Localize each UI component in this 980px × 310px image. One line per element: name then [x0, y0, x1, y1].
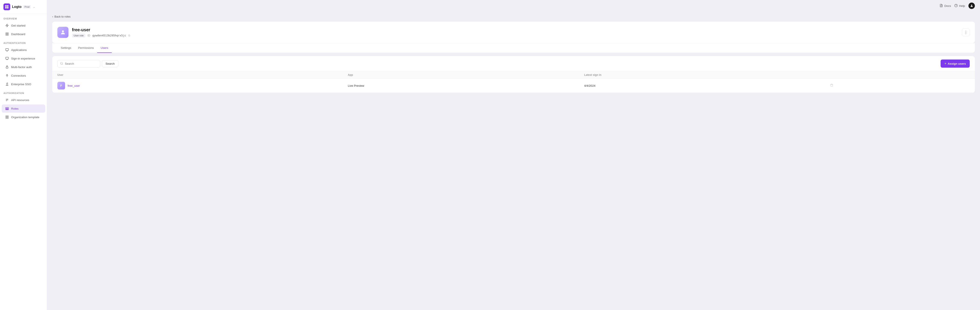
table-row: F free_user Live Preview 4/4/2024: [52, 79, 975, 93]
svg-rect-17: [7, 117, 8, 118]
sidebar-item-api-resources[interactable]: API resources: [2, 96, 45, 104]
svg-rect-10: [6, 67, 8, 68]
sidebar-item-label: Enterprise SSO: [11, 83, 31, 86]
main-content: Docs Help ‹ Back to roles: [47, 0, 980, 310]
logo-icon: [3, 3, 10, 10]
plus-icon: +: [945, 62, 947, 65]
sidebar-item-label: Dashboard: [11, 33, 25, 36]
users-table-card: Search + Assign users User App Latest si…: [52, 56, 975, 93]
topbar: Docs Help: [47, 0, 980, 11]
latest-sign-in-cell: 4/4/2024: [579, 79, 823, 93]
avatar[interactable]: [969, 3, 975, 9]
more-options-button[interactable]: ⋮: [962, 29, 970, 36]
sidebar-item-enterprise-sso[interactable]: Enterprise SSO: [2, 80, 45, 88]
role-title: free-user: [72, 27, 130, 32]
chevron-left-icon: ‹: [52, 15, 53, 18]
tab-settings[interactable]: Settings: [57, 43, 75, 53]
sidebar-item-applications[interactable]: Applications: [2, 46, 45, 54]
docs-icon: [940, 4, 943, 8]
svg-rect-14: [6, 116, 7, 117]
content-area: ‹ Back to roles free-user User rol: [47, 11, 980, 310]
sidebar-item-roles[interactable]: Roles: [2, 105, 45, 113]
user-cell: F free_user: [52, 79, 343, 93]
svg-rect-15: [7, 116, 8, 117]
search-area: Search: [57, 60, 118, 67]
sidebar-item-label: Sign-in experience: [11, 57, 35, 60]
user-name-link[interactable]: free_user: [68, 84, 80, 87]
role-header-left: free-user User role ID gywden4513b295hqr…: [57, 27, 130, 38]
monitor-icon: [5, 57, 9, 60]
svg-rect-6: [6, 34, 7, 35]
search-input[interactable]: [65, 62, 97, 65]
svg-rect-16: [6, 117, 7, 118]
search-input-wrap: [57, 60, 100, 67]
id-label: ID: [88, 34, 90, 37]
sidebar-item-sign-in-experience[interactable]: Sign-in experience: [2, 54, 45, 62]
sidebar-item-label: API resources: [11, 99, 29, 102]
sidebar-item-label: Applications: [11, 48, 27, 52]
logo-name: Logto: [12, 5, 21, 9]
sidebar-item-label: Organization template: [11, 116, 40, 119]
plug-icon: [5, 74, 9, 78]
sidebar-section-authentication: AUTHENTICATION: [0, 38, 47, 46]
docs-button[interactable]: Docs: [940, 4, 951, 8]
app-cell: Live Preview: [343, 79, 579, 93]
users-table: User App Latest sign in F free_user: [52, 71, 975, 93]
user-avatar: F: [57, 82, 65, 89]
col-actions: [823, 71, 975, 79]
svg-rect-4: [6, 33, 7, 34]
help-label: Help: [959, 4, 965, 8]
delete-user-button[interactable]: [828, 83, 835, 89]
svg-rect-0: [5, 5, 7, 7]
table-toolbar: Search + Assign users: [52, 56, 975, 71]
copy-icon[interactable]: ⧉: [128, 34, 130, 37]
tab-permissions[interactable]: Permissions: [75, 43, 97, 53]
tabs-container: Settings Permissions Users: [52, 43, 975, 52]
api-icon: [5, 98, 9, 102]
svg-rect-8: [6, 49, 8, 51]
sidebar-item-label: Connectors: [11, 74, 26, 77]
env-badge[interactable]: Prod: [23, 5, 30, 9]
sidebar-item-label: Get started: [11, 24, 25, 27]
col-app: App: [343, 71, 579, 79]
chevron-down-icon[interactable]: ⌄: [33, 5, 35, 8]
svg-point-21: [60, 62, 62, 64]
svg-rect-5: [7, 33, 8, 34]
sidebar-section-authorization: AUTHORIZATION: [0, 88, 47, 96]
assign-users-button[interactable]: + Assign users: [940, 59, 970, 68]
svg-rect-9: [6, 57, 8, 59]
search-button[interactable]: Search: [102, 60, 118, 67]
lock-icon: [5, 65, 9, 69]
sidebar-item-get-started[interactable]: Get started: [2, 21, 45, 30]
role-avatar: [57, 27, 68, 38]
svg-point-20: [62, 30, 64, 32]
tabs: Settings Permissions Users: [57, 43, 970, 52]
sidebar-item-label: Roles: [11, 107, 19, 110]
svg-point-19: [971, 5, 972, 6]
building-icon: [5, 82, 9, 86]
roles-icon: [5, 107, 9, 110]
svg-rect-2: [5, 7, 7, 9]
col-user: User: [52, 71, 343, 79]
sidebar-header: Logto Prod ⌄: [0, 0, 47, 14]
back-link-text: Back to roles: [54, 15, 70, 18]
tab-users[interactable]: Users: [97, 43, 111, 53]
role-header: free-user User role ID gywden4513b295hqr…: [57, 27, 970, 38]
sidebar-item-mfa[interactable]: Multi-factor auth: [2, 63, 45, 71]
svg-rect-12: [6, 108, 8, 109]
svg-rect-3: [7, 7, 9, 9]
help-icon: [954, 4, 958, 8]
sidebar-item-organization-template[interactable]: Organization template: [2, 113, 45, 121]
sidebar-item-connectors[interactable]: Connectors: [2, 72, 45, 79]
help-button[interactable]: Help: [954, 4, 965, 8]
grid-icon: [5, 32, 9, 36]
svg-rect-11: [6, 108, 8, 108]
rocket-icon: [5, 24, 9, 27]
org-icon: [5, 115, 9, 119]
docs-label: Docs: [944, 4, 951, 8]
back-to-roles-link[interactable]: ‹ Back to roles: [52, 11, 975, 22]
role-info: free-user User role ID gywden4513b295hqr…: [72, 27, 130, 37]
sidebar: Logto Prod ⌄ OVERVIEW Get started Dashbo…: [0, 0, 47, 310]
sidebar-item-label: Multi-factor auth: [11, 65, 32, 69]
sidebar-item-dashboard[interactable]: Dashboard: [2, 30, 45, 38]
